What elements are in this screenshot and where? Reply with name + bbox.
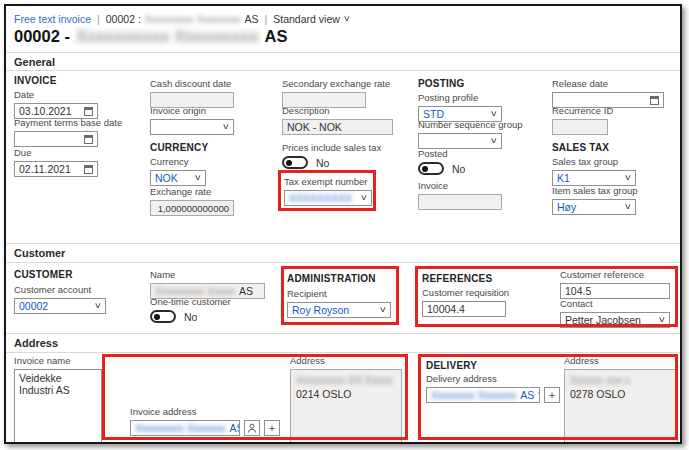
posted-field: Posted No — [418, 148, 465, 175]
cash-discount-date-field: Cash discount date — [150, 78, 234, 108]
customer-account-label: Customer account — [14, 284, 106, 295]
breadcrumb: Free text invoice | 00002 : Xxxxxxxxx Xx… — [14, 13, 350, 25]
prices-include-sales-tax-toggle[interactable] — [282, 156, 308, 169]
name-label: Name — [150, 269, 265, 280]
one-time-customer-label: One-time customer — [150, 296, 231, 307]
delivery-address-display-field: Address Xxxxxx xxx x 0278 OSLO — [564, 355, 678, 443]
delivery-group-header: DELIVERY — [426, 360, 477, 371]
chevron-down-icon: ∨ — [94, 302, 102, 310]
view-selector[interactable]: Standard view ∨ — [273, 13, 349, 25]
contact-person-button[interactable] — [244, 420, 260, 436]
record-prefix: 00002 : — [106, 13, 141, 25]
recipient-dropdown[interactable]: Roy Royson ∨ — [287, 302, 391, 318]
cash-discount-date-label: Cash discount date — [150, 78, 234, 89]
add-delivery-address-button[interactable]: + — [544, 387, 560, 403]
free-text-invoice-link[interactable]: Free text invoice — [14, 13, 91, 25]
divider — [6, 333, 680, 334]
delivery-address-display-label: Address — [564, 355, 678, 366]
name-suffix: AS — [239, 285, 253, 297]
sales-tax-group-dropdown[interactable]: K1 ∨ — [552, 170, 636, 186]
chevron-down-icon: ∨ — [658, 316, 666, 324]
record-name-redacted: Xxxxxxxxx Xxxxxxxx — [145, 13, 241, 25]
recurrence-id-input — [552, 119, 608, 135]
calendar-icon[interactable] — [84, 165, 93, 174]
posted-toggle[interactable] — [418, 162, 444, 175]
secondary-exchange-rate-field: Secondary exchange rate — [282, 78, 390, 108]
invoice-label: Invoice — [418, 180, 502, 191]
title-suffix: AS — [265, 27, 288, 46]
record-suffix: AS — [245, 13, 259, 25]
title-redacted: Xxxxxxxxxx Xxxxxxxxx — [76, 27, 259, 46]
item-sales-tax-group-value: Høy — [557, 201, 576, 213]
chevron-down-icon: ∨ — [379, 306, 387, 314]
date-label: Date — [14, 89, 98, 100]
due-label: Due — [14, 147, 98, 158]
customer-requisition-field: Customer requisition 10004.4 — [422, 287, 509, 317]
invoice-name-label: Invoice name — [14, 355, 102, 366]
number-sequence-group-dropdown[interactable]: ∨ — [418, 133, 502, 149]
customer-reference-label: Customer reference — [560, 269, 670, 280]
one-time-customer-toggle[interactable] — [150, 310, 176, 323]
invoice-group-header: INVOICE — [14, 75, 57, 86]
delivery-address-line2: 0278 OSLO — [570, 387, 672, 401]
invoice-origin-label: Invoice origin — [150, 105, 234, 116]
invoice-address-dropdown[interactable]: Xxxxxxxxx Xxxxxxx AS ∨ — [130, 420, 240, 436]
chevron-down-icon: ∨ — [343, 15, 351, 23]
recipient-value: Roy Royson — [292, 304, 349, 316]
contact-dropdown[interactable]: Petter Jacobsen ∨ — [560, 312, 670, 328]
contact-label: Contact — [560, 298, 670, 309]
invoice-input — [418, 194, 502, 210]
calendar-icon[interactable] — [84, 135, 93, 144]
currency-group-header: CURRENCY — [150, 142, 208, 153]
name-field: Name Xxxxxxxxx Xxxxx AS — [150, 269, 265, 299]
calendar-icon[interactable] — [84, 107, 93, 116]
divider — [6, 243, 680, 244]
calendar-icon[interactable] — [650, 96, 659, 105]
one-time-customer-field: One-time customer No — [150, 296, 231, 323]
add-address-button[interactable]: + — [264, 420, 280, 436]
currency-dropdown[interactable]: NOK ∨ — [150, 170, 206, 186]
payment-terms-base-date-input[interactable] — [14, 131, 98, 147]
customer-account-value: 00002 — [19, 300, 48, 312]
due-input[interactable]: 02.11.2021 — [14, 161, 98, 177]
delivery-address-line1-redacted: Xxxxxx xxx x — [570, 373, 672, 387]
customer-group-header: CUSTOMER — [14, 269, 73, 280]
item-sales-tax-group-dropdown[interactable]: Høy ∨ — [552, 199, 636, 215]
date-value: 03.10.2021 — [19, 105, 72, 117]
customer-account-field: Customer account 00002 ∨ — [14, 284, 106, 314]
chevron-down-icon: ∨ — [360, 194, 368, 202]
section-header-general[interactable]: General — [14, 56, 55, 68]
invoice-address-suffix: AS — [229, 422, 240, 434]
invoice-origin-dropdown[interactable]: ∨ — [150, 119, 234, 135]
customer-requisition-input[interactable]: 10004.4 — [422, 301, 506, 317]
invoice-address-line1-redacted: Xxxxxxxxx XX Xxxxx — [296, 373, 396, 387]
prices-include-sales-tax-label: Prices include sales tax — [282, 142, 381, 153]
customer-reference-value: 104.5 — [565, 285, 591, 297]
invoice-name-textarea[interactable]: Veidekke Industri AS — [14, 369, 102, 443]
administration-group-header: ADMINISTRATION — [287, 273, 376, 284]
exchange-rate-input: 1,000000000000 — [150, 200, 234, 216]
tax-exempt-number-value-redacted: XXXXXXXXX — [289, 192, 352, 204]
references-group-header: REFERENCES — [422, 273, 492, 284]
person-icon — [247, 423, 257, 433]
number-sequence-group-field: Number sequence group ∨ — [418, 119, 523, 149]
address-section: Invoice name Veidekke Industri AS Invoic… — [6, 352, 680, 442]
delivery-address-value-redacted: Xxxxxxxx Xxxxxxx — [431, 389, 516, 401]
currency-label: Currency — [150, 156, 206, 167]
delivery-address-dropdown[interactable]: Xxxxxxxx Xxxxxxx AS ∨ — [426, 387, 540, 403]
customer-requisition-label: Customer requisition — [422, 287, 509, 298]
invoice-address-field: Invoice address Xxxxxxxxx Xxxxxxx AS ∨ + — [130, 406, 280, 436]
tax-exempt-number-dropdown[interactable]: XXXXXXXXX ∨ — [284, 190, 372, 206]
invoice-name-value: Veidekke Industri AS — [19, 372, 70, 396]
customer-account-dropdown[interactable]: 00002 ∨ — [14, 298, 106, 314]
sales-tax-group-label: Sales tax group — [552, 156, 636, 167]
item-sales-tax-group-label: Item sales tax group — [552, 185, 638, 196]
number-sequence-group-label: Number sequence group — [418, 119, 523, 130]
posted-label: Posted — [418, 148, 465, 159]
section-header-address[interactable]: Address — [14, 337, 58, 349]
invoice-address-line2: 0214 OSLO — [296, 387, 396, 401]
customer-reference-input[interactable]: 104.5 — [560, 283, 670, 299]
section-header-customer[interactable]: Customer — [14, 247, 65, 259]
description-field: Description NOK - NOK — [282, 105, 393, 135]
invoice-origin-field: Invoice origin ∨ — [150, 105, 234, 135]
